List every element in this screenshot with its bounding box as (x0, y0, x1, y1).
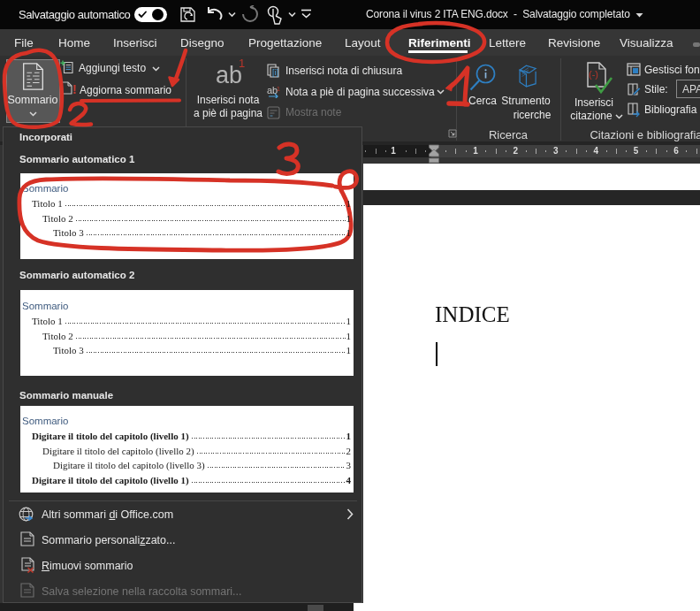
svg-text:(-): (-) (589, 69, 598, 80)
svg-text:1: 1 (277, 86, 280, 92)
svg-text:[i]: [i] (272, 68, 278, 77)
svg-text:!: ! (72, 81, 77, 95)
